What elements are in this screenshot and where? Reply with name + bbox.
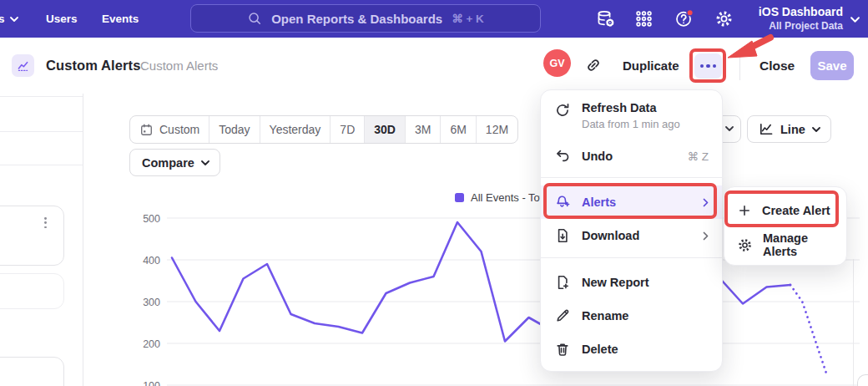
chart-legend: All Events - Total	[455, 191, 552, 204]
project-name: iOS Dashboard	[759, 5, 843, 19]
data-management-icon[interactable]	[596, 9, 615, 28]
line-chart-icon	[758, 121, 774, 137]
menu-item-sublabel: Data from 1 min ago	[582, 118, 680, 130]
menu-item-label: Undo	[582, 150, 613, 163]
project-selector[interactable]: iOS Dashboard All Project Data	[759, 5, 843, 32]
menu-item-download[interactable]: Download	[541, 220, 722, 251]
undo-icon	[554, 148, 571, 165]
range-3m[interactable]: 3M	[406, 116, 441, 143]
menu-item-label: Delete	[582, 343, 618, 356]
header-divider	[739, 52, 740, 80]
chevron-down-icon	[812, 127, 820, 132]
top-nav: s Users Events Open Reports & Dashboards…	[0, 0, 868, 38]
search-icon	[247, 11, 262, 26]
trash-icon	[554, 341, 571, 358]
sidebar-divider	[0, 165, 83, 165]
copy-link-icon[interactable]	[584, 56, 603, 74]
menu-item-label: Refresh Data	[582, 101, 656, 114]
menu-divider	[541, 257, 722, 258]
chevron-right-icon	[703, 231, 709, 241]
report-header-bar: Custom Alerts Custom Alerts GV Duplicate…	[0, 38, 868, 94]
range-label: Custom	[159, 123, 199, 136]
nav-item-events[interactable]: Events	[102, 0, 139, 38]
more-options-menu: Refresh Data Data from 1 min ago Undo ⌘ …	[540, 89, 723, 372]
file-download-icon	[554, 227, 571, 244]
compare-button[interactable]: Compare	[129, 149, 220, 176]
duplicate-button[interactable]: Duplicate	[623, 38, 679, 94]
sidebar-divider	[0, 131, 83, 132]
menu-item-alerts[interactable]: Alerts	[541, 185, 722, 219]
svg-text:300: 300	[143, 297, 160, 308]
chevron-right-icon	[703, 198, 709, 207]
screen: s Users Events Open Reports & Dashboards…	[0, 0, 868, 386]
refresh-icon	[554, 102, 571, 119]
sidebar-card[interactable]	[0, 206, 64, 266]
nav-item-users[interactable]: Users	[46, 0, 78, 38]
settings-gear-icon[interactable]	[714, 9, 734, 28]
sidebar-card[interactable]	[0, 273, 64, 309]
range-custom[interactable]: Custom	[130, 116, 209, 143]
file-plus-icon	[554, 274, 571, 291]
legend-swatch	[455, 193, 464, 202]
nav-item-truncated-label: s	[0, 13, 5, 25]
more-options-button[interactable]	[694, 53, 722, 79]
card-more-icon[interactable]	[44, 217, 47, 228]
menu-item-refresh-data[interactable]: Refresh Data Data from 1 min ago	[541, 96, 722, 138]
range-12m[interactable]: 12M	[477, 116, 517, 143]
submenu-item-create-alert[interactable]: Create Alert	[724, 193, 846, 228]
apps-grid-icon[interactable]	[634, 9, 654, 28]
chevron-down-icon	[201, 160, 209, 165]
submenu-item-label: Manage Alerts	[763, 231, 834, 258]
menu-item-label: Rename	[582, 309, 628, 323]
sidebar-divider	[0, 96, 83, 97]
breadcrumb: Custom Alerts	[140, 38, 218, 94]
chevron-down-icon	[850, 17, 860, 23]
menu-item-undo[interactable]: Undo ⌘ Z	[541, 141, 722, 171]
nav-item-truncated[interactable]: s	[0, 0, 18, 38]
date-range-control: Custom Today Yesterday 7D 30D 3M 6M 12M	[129, 115, 518, 144]
search-placeholder: Open Reports & Dashboards	[271, 12, 442, 26]
chart-type-label: Line	[780, 123, 805, 136]
range-today[interactable]: Today	[209, 116, 260, 143]
range-30d[interactable]: 30D	[365, 116, 406, 143]
search-input[interactable]: Open Reports & Dashboards ⌘ + K	[190, 4, 541, 33]
menu-item-label: Download	[582, 229, 639, 242]
report-chart-icon	[12, 54, 34, 77]
menu-divider	[541, 177, 722, 178]
left-sidebar	[0, 94, 83, 386]
menu-item-label: Alerts	[582, 196, 616, 209]
submenu-item-label: Create Alert	[762, 204, 830, 217]
chevron-down-icon	[725, 126, 734, 131]
calendar-icon	[139, 123, 154, 137]
svg-text:200: 200	[143, 338, 160, 350]
sidebar-card[interactable]	[0, 357, 64, 386]
search-shortcut: ⌘ + K	[452, 12, 484, 25]
bell-plus-icon	[554, 194, 571, 211]
menu-item-label: New Report	[582, 276, 649, 289]
close-button[interactable]: Close	[760, 38, 795, 94]
svg-text:100: 100	[143, 380, 160, 386]
svg-text:400: 400	[143, 255, 160, 267]
save-button[interactable]: Save	[810, 51, 854, 80]
range-yesterday[interactable]: Yesterday	[260, 116, 331, 143]
avatar[interactable]: GV	[543, 49, 571, 77]
compare-label: Compare	[142, 156, 194, 170]
chevron-down-icon	[10, 17, 18, 22]
panel-edge	[853, 259, 854, 386]
page-title: Custom Alerts	[46, 38, 140, 94]
pencil-icon	[554, 307, 571, 324]
panel-corner	[857, 374, 868, 386]
plus-icon	[737, 203, 752, 218]
menu-item-delete[interactable]: Delete	[541, 333, 722, 366]
menu-item-shortcut: ⌘ Z	[688, 150, 709, 163]
project-scope: All Project Data	[759, 20, 843, 32]
range-7d[interactable]: 7D	[331, 116, 365, 143]
chart-type-button[interactable]: Line	[747, 115, 831, 143]
gear-icon	[737, 237, 753, 253]
help-icon[interactable]	[674, 9, 694, 28]
submenu-item-manage-alerts[interactable]: Manage Alerts	[724, 228, 846, 262]
menu-item-new-report[interactable]: New Report	[541, 266, 722, 299]
alerts-submenu: Create Alert Manage Alerts	[724, 186, 847, 266]
range-6m[interactable]: 6M	[441, 116, 476, 143]
menu-item-rename[interactable]: Rename	[541, 299, 722, 333]
